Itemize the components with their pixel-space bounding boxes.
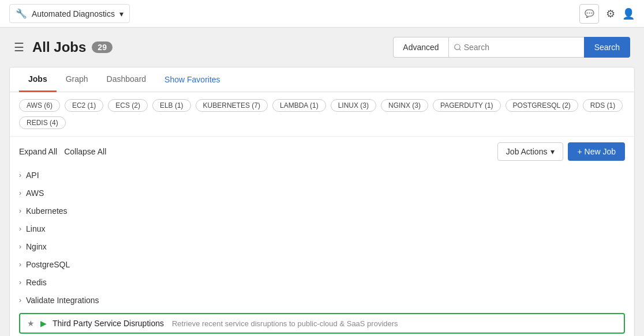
filter-chip[interactable]: EC2 (1) [65,99,103,112]
job-name: Third Party Service Disruptions [53,319,164,328]
advanced-button[interactable]: Advanced [393,37,448,58]
search-group: Advanced Search [393,37,630,58]
star-icon: ★ [27,319,35,328]
app-name: Automated Diagnostics [32,9,115,18]
chevron-right-icon: › [19,261,21,269]
job-group-item[interactable]: › Validate Integrations [19,292,625,309]
job-group-item[interactable]: › Kubernetes [19,202,625,220]
group-label: Nginx [26,242,47,251]
job-description: Retrieve recent service disruptions to p… [172,319,398,328]
group-label: Kubernetes [26,206,68,216]
action-buttons: Job Actions ▾ + New Job [497,142,625,161]
show-favorites-link[interactable]: Show Favorites [155,68,229,91]
chat-button[interactable]: 💬 [579,4,599,24]
page-title-group: ☰ All Jobs 29 [14,39,113,55]
chevron-right-icon: › [19,278,21,286]
group-label: API [26,171,39,180]
job-group-item[interactable]: › PostgreSQL [19,256,625,274]
user-button[interactable]: 👤 [622,7,635,20]
filter-chip[interactable]: PAGERDUTY (1) [433,99,501,112]
filter-chip[interactable]: ELB (1) [152,99,191,112]
user-icon: 👤 [622,8,635,20]
job-list: › API › AWS › Kubernetes › Linux › Nginx… [10,167,634,336]
collapse-all-button[interactable]: Collapse All [64,147,106,156]
main-card: Jobs Graph Dashboard Show Favorites AWS … [9,67,635,336]
tab-dashboard[interactable]: Dashboard [98,67,156,92]
group-label: Validate Integrations [26,296,99,305]
dropdown-icon: ▾ [119,9,123,18]
chevron-right-icon: › [19,243,21,251]
page-header: ☰ All Jobs 29 Advanced Search [0,28,644,67]
group-label: Redis [26,278,47,287]
tabs: Jobs Graph Dashboard Show Favorites [10,67,634,92]
job-group-item[interactable]: › Nginx [19,238,625,256]
group-label: Linux [26,224,45,233]
filter-chip[interactable]: RDS (1) [583,99,623,112]
navbar: 🔧 Automated Diagnostics ▾ 💬 ⚙ 👤 [0,0,644,28]
search-input-wrapper [448,37,584,58]
settings-icon: ⚙ [606,8,615,20]
job-group-item[interactable]: › Linux [19,220,625,238]
filter-chip[interactable]: AWS (6) [19,99,60,112]
expand-collapse-group: Expand All Collapse All [19,147,106,156]
job-group-item[interactable]: › Redis [19,274,625,292]
job-group-item[interactable]: › AWS [19,184,625,202]
filter-chip[interactable]: NGINX (3) [381,99,428,112]
list-icon: ☰ [14,40,24,54]
new-job-button[interactable]: + New Job [568,142,625,161]
filter-chip[interactable]: LAMBDA (1) [272,99,326,112]
app-selector[interactable]: 🔧 Automated Diagnostics ▾ [9,4,130,23]
filter-chip[interactable]: POSTGRESQL (2) [506,99,578,112]
chevron-right-icon: › [19,171,21,179]
highlighted-job-row[interactable]: ★ ▶ Third Party Service Disruptions Retr… [19,313,625,334]
tab-jobs[interactable]: Jobs [19,67,57,92]
filter-chip[interactable]: REDIS (4) [19,116,66,129]
action-bar: Expand All Collapse All Job Actions ▾ + … [10,137,634,167]
filter-chip[interactable]: ECS (2) [108,99,148,112]
settings-button[interactable]: ⚙ [606,7,615,20]
svg-line-1 [459,49,460,51]
expand-all-button[interactable]: Expand All [19,147,57,156]
tab-graph[interactable]: Graph [57,67,98,92]
page-title: All Jobs [32,39,86,55]
search-icon [454,43,462,51]
chevron-right-icon: › [19,189,21,197]
search-input[interactable] [464,43,579,52]
filter-bar: AWS (6)EC2 (1)ECS (2)ELB (1)KUBERNETES (… [10,92,634,137]
svg-point-0 [454,44,459,50]
job-count-badge: 29 [92,41,113,53]
job-actions-button[interactable]: Job Actions ▾ [497,142,564,161]
group-label: AWS [26,188,44,198]
play-icon: ▶ [40,319,47,328]
chevron-right-icon: › [19,207,21,215]
group-label: PostgreSQL [26,260,70,269]
chevron-right-icon: › [19,296,21,304]
navbar-left: 🔧 Automated Diagnostics ▾ [9,4,130,23]
navbar-right: 💬 ⚙ 👤 [579,4,635,24]
filter-chip[interactable]: LINUX (3) [331,99,376,112]
chat-icon: 💬 [585,9,594,18]
job-group-item[interactable]: › API [19,167,625,184]
chevron-down-icon: ▾ [551,147,555,156]
chevron-right-icon: › [19,225,21,233]
search-button[interactable]: Search [584,37,630,58]
app-icon: 🔧 [16,8,27,19]
filter-chip[interactable]: KUBERNETES (7) [196,99,268,112]
